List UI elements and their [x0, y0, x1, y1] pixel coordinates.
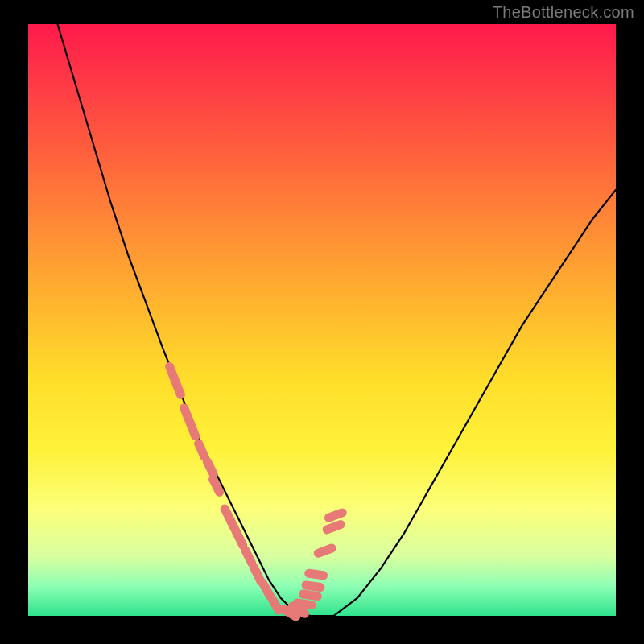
marker-capsule: [237, 532, 243, 545]
marker-capsule: [254, 568, 261, 581]
marker-capsule: [213, 479, 220, 492]
highlight-markers: [170, 366, 343, 617]
marker-capsule: [262, 583, 270, 596]
marker-capsule: [297, 603, 312, 605]
chart-frame: TheBottleneck.com: [0, 0, 644, 644]
marker-capsule: [327, 525, 341, 530]
watermark-text: TheBottleneck.com: [493, 3, 634, 22]
marker-capsule: [303, 594, 318, 597]
marker-capsule: [175, 382, 181, 395]
marker-capsule: [246, 550, 252, 563]
marker-capsule: [328, 513, 342, 518]
marker-capsule: [309, 573, 324, 576]
marker-capsule: [207, 461, 213, 474]
marker-capsule: [190, 423, 196, 436]
marker-capsule: [318, 548, 332, 553]
chart-overlay: [28, 24, 616, 616]
marker-capsule: [271, 598, 279, 611]
marker-capsule: [306, 585, 320, 588]
marker-capsule: [199, 444, 204, 456]
